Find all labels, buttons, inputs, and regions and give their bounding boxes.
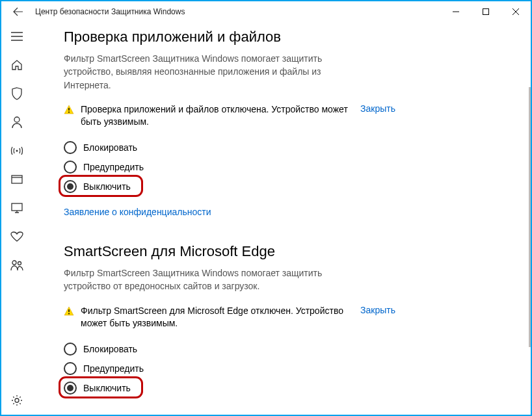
radio-group-edge: Блокировать Предупредить Выключить xyxy=(64,339,501,398)
monitor-icon xyxy=(11,203,23,213)
svg-point-7 xyxy=(15,398,19,402)
window-body: Проверка приложений и файлов Фильтр Smar… xyxy=(1,22,531,415)
scrollbar-thumb[interactable] xyxy=(529,87,531,347)
radio-circle-icon xyxy=(64,141,77,154)
window-root: Центр безопасности Защитника Windows xyxy=(0,0,532,416)
antenna-icon xyxy=(10,146,23,156)
sidebar-item-family[interactable] xyxy=(1,251,33,280)
radio-warn[interactable]: Предупредить xyxy=(64,157,501,177)
family-icon xyxy=(10,259,23,271)
minimize-icon xyxy=(453,8,459,15)
warning-icon xyxy=(64,105,74,115)
radio-off[interactable]: Выключить xyxy=(64,177,131,196)
radio-circle-icon xyxy=(64,161,77,174)
arrow-left-icon xyxy=(13,6,23,17)
person-icon xyxy=(11,116,23,129)
sidebar-item-device[interactable] xyxy=(1,194,33,222)
alert-text: Проверка приложений и файлов отключена. … xyxy=(81,103,352,129)
section-heading: Проверка приложений и файлов xyxy=(64,29,501,46)
maximize-button[interactable] xyxy=(471,1,501,22)
section-heading: SmartScreen для Microsoft Edge xyxy=(64,243,501,260)
radio-block[interactable]: Блокировать xyxy=(64,339,501,359)
radio-label: Выключить xyxy=(83,181,131,192)
window-title: Центр безопасности Защитника Windows xyxy=(35,7,185,16)
sidebar-item-account[interactable] xyxy=(1,108,33,136)
annotation-highlight: Выключить xyxy=(64,177,131,196)
sidebar-item-health[interactable] xyxy=(1,222,33,251)
content-scroll[interactable]: Проверка приложений и файлов Фильтр Smar… xyxy=(33,22,501,415)
sidebar xyxy=(1,22,33,415)
app-icon xyxy=(11,175,23,184)
radio-circle-icon xyxy=(64,362,77,375)
svg-rect-4 xyxy=(12,203,22,211)
radio-block[interactable]: Блокировать xyxy=(64,138,501,157)
section-description: Фильтр SmartScreen Защитника Windows пом… xyxy=(64,266,356,293)
svg-rect-3 xyxy=(12,176,22,183)
alert-banner: Проверка приложений и файлов отключена. … xyxy=(64,103,395,129)
close-button[interactable] xyxy=(501,1,531,22)
sidebar-item-home[interactable] xyxy=(1,51,33,79)
hamburger-button[interactable] xyxy=(1,22,33,51)
svg-point-9 xyxy=(68,313,70,314)
svg-point-2 xyxy=(16,150,18,152)
section-description: Фильтр SmartScreen Защитника Windows пом… xyxy=(64,52,356,92)
maximize-icon xyxy=(483,8,489,15)
radio-warn[interactable]: Предупредить xyxy=(64,359,501,378)
section-apps-files: Проверка приложений и файлов Фильтр Smar… xyxy=(64,29,501,217)
alert-banner: Фильтр SmartScreen для Microsoft Edge от… xyxy=(64,305,395,330)
shield-icon xyxy=(11,87,23,100)
alert-close-link[interactable]: Закрыть xyxy=(360,103,395,114)
privacy-link[interactable]: Заявление о конфиденциальности xyxy=(64,207,501,217)
back-button[interactable] xyxy=(5,1,31,22)
annotation-highlight: Выключить xyxy=(64,378,131,398)
radio-group-apps: Блокировать Предупредить Выключить xyxy=(64,138,501,196)
window-controls xyxy=(441,1,531,22)
radio-label: Блокировать xyxy=(83,142,137,153)
radio-label: Выключить xyxy=(83,383,131,393)
sidebar-item-app-control[interactable] xyxy=(1,165,33,194)
content-area: Проверка приложений и файлов Фильтр Smar… xyxy=(33,22,531,415)
svg-rect-0 xyxy=(483,9,489,15)
sidebar-item-virus[interactable] xyxy=(1,79,33,108)
radio-label: Предупредить xyxy=(83,363,144,374)
close-icon xyxy=(512,8,519,15)
titlebar: Центр безопасности Защитника Windows xyxy=(1,1,531,22)
radio-off[interactable]: Выключить xyxy=(64,378,131,398)
radio-label: Предупредить xyxy=(83,162,144,172)
section-edge: SmartScreen для Microsoft Edge Фильтр Sm… xyxy=(64,243,501,398)
svg-point-8 xyxy=(68,111,70,112)
gear-icon xyxy=(11,395,23,406)
svg-point-5 xyxy=(12,261,16,265)
radio-circle-icon xyxy=(64,382,77,395)
warning-icon xyxy=(64,306,74,317)
radio-label: Блокировать xyxy=(83,344,137,354)
home-icon xyxy=(11,59,23,71)
minimize-button[interactable] xyxy=(441,1,471,22)
radio-circle-icon xyxy=(64,343,77,356)
radio-circle-icon xyxy=(64,180,77,193)
hamburger-icon xyxy=(11,32,23,41)
svg-point-6 xyxy=(18,262,21,265)
heart-icon xyxy=(10,231,23,242)
sidebar-item-firewall[interactable] xyxy=(1,136,33,165)
alert-text: Фильтр SmartScreen для Microsoft Edge от… xyxy=(81,305,352,330)
svg-point-1 xyxy=(14,117,20,122)
alert-close-link[interactable]: Закрыть xyxy=(360,305,395,315)
sidebar-item-settings[interactable] xyxy=(1,386,33,415)
